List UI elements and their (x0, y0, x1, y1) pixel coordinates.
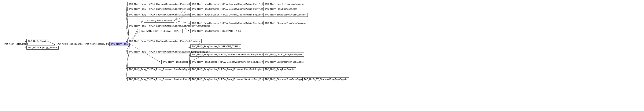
node-proxysupplier_t_servant_type: TAO_Notify_ProxySupplier_T< SERVANT_TYPE… (190, 45, 241, 49)
node-cosec_proxypushsupplier: TAO_Notify_CosEC_ProxyPushSupplier (263, 53, 304, 57)
connection-lines (0, 0, 644, 111)
node-proxysupplier: TAO_Notify_ProxySupplier (161, 60, 190, 64)
node-sequenceproxypushconsumer: TAO_Notify_SequenceProxyPushConsumer (263, 13, 308, 17)
svg-line-29 (189, 47, 190, 62)
node-proxysupplier_t_poa_event_forwarder_proxypushsupplier: TAO_Notify_ProxySupplier_T< POA_Event_Fo… (190, 67, 266, 71)
svg-line-22 (174, 4, 189, 21)
node-proxysupplier_t_poa_coseventchanneladmin_proxypushsupplier: TAO_Notify_ProxySupplier_T< POA_CosEvent… (190, 53, 272, 57)
node-proxyconsumer: TAO_Notify_ProxyConsumer (144, 19, 174, 23)
node-proxy_t_poa_coseventchanneladmin_proxypushsupplier: TAO_Notify_Proxy_T< POA_CosEventChannelA… (127, 39, 202, 43)
node-proxypushsupplier: TAO_Notify_ProxyPushSupplier (263, 67, 296, 71)
diagram-container: TAO_Notify_RefcountableTAO_Notify_Object… (0, 0, 644, 111)
svg-line-15 (126, 44, 130, 69)
node-refcountable: TAO_Notify_Refcountable (2, 42, 30, 46)
node-proxypushconsumer: TAO_Notify_ProxyPushConsumer (263, 7, 298, 11)
node-structuredproxypushconsumer: TAO_Notify_StructuredProxyPushConsumer (263, 21, 308, 25)
node-topo_object: TAO_Notify::Topology_Object (55, 42, 86, 46)
node-proxyconsumer_t_servant_type: TAO_Notify_ProxyConsumer_T< SERVANT_TYPE… (190, 29, 243, 33)
node-rt_structuredproxypushsupplier: TAO_Notify_RT_StructuredProxyPushSupplie… (302, 77, 349, 81)
node-proxy_t_poa_event_forwarder_proxypushsupplier: TAO_Notify_Proxy_T< POA_Event_Forwarder:… (127, 67, 195, 71)
node-topo_savable: TAO_Notify::Topology_Savable (26, 46, 58, 50)
svg-line-16 (126, 44, 130, 79)
node-proxysupplier_t_poa_event_forwarder_structuredproxypushsupplier: TAO_Notify_ProxySupplier_T< POA_Event_Fo… (190, 77, 275, 81)
node-cosec_proxypushconsumer: TAO_Notify_CosEC_ProxyPushConsumer (263, 2, 306, 6)
svg-line-25 (174, 21, 189, 23)
node-proxy_t_servant_type: TAO_Notify_Proxy_T< SERVANT_TYPE > (140, 29, 182, 33)
node-structuredproxypushsupplier: TAO_Notify_StructuredProxyPushSupplier (263, 77, 306, 81)
node-sequenceproxypushsupplier: TAO_Notify_SequenceProxyPushSupplier (263, 60, 306, 64)
svg-line-2 (47, 41, 54, 44)
node-proxy: TAO_Notify_Proxy (109, 42, 130, 46)
node-object: TAO_Notify_Object (26, 39, 47, 43)
